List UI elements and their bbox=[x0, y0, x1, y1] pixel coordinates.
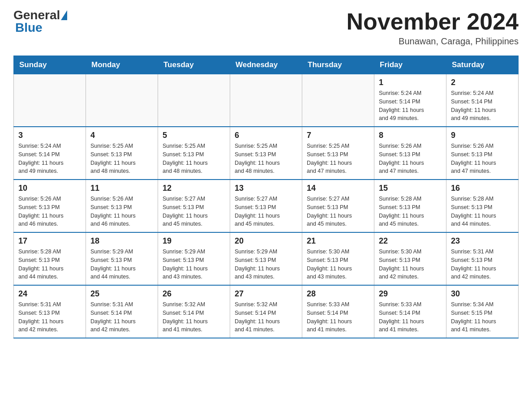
table-row: 13Sunrise: 5:27 AM Sunset: 5:13 PM Dayli… bbox=[230, 180, 302, 232]
table-row: 19Sunrise: 5:29 AM Sunset: 5:13 PM Dayli… bbox=[158, 232, 230, 285]
table-row: 6Sunrise: 5:25 AM Sunset: 5:13 PM Daylig… bbox=[230, 127, 302, 180]
day-info: Sunrise: 5:25 AM Sunset: 5:13 PM Dayligh… bbox=[163, 142, 225, 176]
table-row: 24Sunrise: 5:31 AM Sunset: 5:13 PM Dayli… bbox=[14, 285, 86, 338]
table-row: 26Sunrise: 5:32 AM Sunset: 5:14 PM Dayli… bbox=[158, 285, 230, 338]
day-info: Sunrise: 5:24 AM Sunset: 5:14 PM Dayligh… bbox=[18, 142, 81, 176]
day-info: Sunrise: 5:26 AM Sunset: 5:13 PM Dayligh… bbox=[451, 142, 514, 176]
table-row: 25Sunrise: 5:31 AM Sunset: 5:14 PM Dayli… bbox=[86, 285, 158, 338]
weekday-header-row: Sunday Monday Tuesday Wednesday Thursday… bbox=[14, 56, 519, 74]
calendar-week-row: 3Sunrise: 5:24 AM Sunset: 5:14 PM Daylig… bbox=[14, 127, 519, 180]
day-info: Sunrise: 5:29 AM Sunset: 5:13 PM Dayligh… bbox=[163, 248, 225, 281]
day-info: Sunrise: 5:25 AM Sunset: 5:13 PM Dayligh… bbox=[90, 142, 153, 176]
day-info: Sunrise: 5:27 AM Sunset: 5:13 PM Dayligh… bbox=[235, 195, 297, 228]
day-info: Sunrise: 5:33 AM Sunset: 5:14 PM Dayligh… bbox=[379, 300, 442, 334]
title-section: November 2024 Bunawan, Caraga, Philippin… bbox=[347, 9, 519, 47]
calendar-body: 1Sunrise: 5:24 AM Sunset: 5:14 PM Daylig… bbox=[14, 74, 519, 338]
day-number: 30 bbox=[451, 289, 514, 299]
col-thursday: Thursday bbox=[302, 56, 374, 74]
page-subtitle: Bunawan, Caraga, Philippines bbox=[347, 36, 519, 47]
table-row bbox=[158, 74, 230, 127]
col-friday: Friday bbox=[374, 56, 446, 74]
logo-blue-text: Blue bbox=[15, 21, 43, 34]
day-number: 18 bbox=[90, 236, 153, 246]
day-number: 17 bbox=[18, 236, 81, 246]
day-info: Sunrise: 5:30 AM Sunset: 5:13 PM Dayligh… bbox=[307, 248, 369, 281]
day-info: Sunrise: 5:34 AM Sunset: 5:15 PM Dayligh… bbox=[451, 300, 514, 334]
day-number: 5 bbox=[163, 131, 225, 140]
table-row: 29Sunrise: 5:33 AM Sunset: 5:14 PM Dayli… bbox=[374, 285, 446, 338]
day-number: 28 bbox=[307, 289, 369, 299]
day-number: 8 bbox=[379, 131, 442, 140]
col-sunday: Sunday bbox=[14, 56, 86, 74]
table-row: 22Sunrise: 5:30 AM Sunset: 5:13 PM Dayli… bbox=[374, 232, 446, 285]
day-info: Sunrise: 5:31 AM Sunset: 5:13 PM Dayligh… bbox=[451, 248, 514, 281]
day-number: 2 bbox=[451, 78, 514, 87]
day-number: 16 bbox=[451, 184, 514, 193]
day-info: Sunrise: 5:26 AM Sunset: 5:13 PM Dayligh… bbox=[379, 142, 442, 176]
col-saturday: Saturday bbox=[446, 56, 519, 74]
table-row: 17Sunrise: 5:28 AM Sunset: 5:13 PM Dayli… bbox=[14, 232, 86, 285]
day-info: Sunrise: 5:24 AM Sunset: 5:14 PM Dayligh… bbox=[451, 89, 514, 123]
day-info: Sunrise: 5:32 AM Sunset: 5:14 PM Dayligh… bbox=[235, 300, 297, 334]
day-number: 3 bbox=[18, 131, 81, 140]
table-row bbox=[302, 74, 374, 127]
day-number: 21 bbox=[307, 236, 369, 246]
table-row: 16Sunrise: 5:28 AM Sunset: 5:13 PM Dayli… bbox=[446, 180, 519, 232]
calendar-table: Sunday Monday Tuesday Wednesday Thursday… bbox=[13, 56, 519, 338]
day-info: Sunrise: 5:33 AM Sunset: 5:14 PM Dayligh… bbox=[307, 300, 369, 334]
table-row: 12Sunrise: 5:27 AM Sunset: 5:13 PM Dayli… bbox=[158, 180, 230, 232]
day-number: 25 bbox=[90, 289, 153, 299]
table-row: 3Sunrise: 5:24 AM Sunset: 5:14 PM Daylig… bbox=[14, 127, 86, 180]
table-row: 18Sunrise: 5:29 AM Sunset: 5:13 PM Dayli… bbox=[86, 232, 158, 285]
day-info: Sunrise: 5:24 AM Sunset: 5:14 PM Dayligh… bbox=[379, 89, 442, 123]
table-row: 1Sunrise: 5:24 AM Sunset: 5:14 PM Daylig… bbox=[374, 74, 446, 127]
day-number: 11 bbox=[90, 184, 153, 193]
page-title: November 2024 bbox=[347, 9, 519, 34]
day-number: 1 bbox=[379, 78, 442, 87]
table-row: 21Sunrise: 5:30 AM Sunset: 5:13 PM Dayli… bbox=[302, 232, 374, 285]
table-row: 28Sunrise: 5:33 AM Sunset: 5:14 PM Dayli… bbox=[302, 285, 374, 338]
day-number: 12 bbox=[163, 184, 225, 193]
day-number: 23 bbox=[451, 236, 514, 246]
day-info: Sunrise: 5:25 AM Sunset: 5:13 PM Dayligh… bbox=[307, 142, 369, 176]
day-info: Sunrise: 5:31 AM Sunset: 5:13 PM Dayligh… bbox=[18, 300, 81, 334]
day-number: 4 bbox=[90, 131, 153, 140]
day-info: Sunrise: 5:28 AM Sunset: 5:13 PM Dayligh… bbox=[379, 195, 442, 228]
day-number: 15 bbox=[379, 184, 442, 193]
table-row bbox=[86, 74, 158, 127]
table-row: 7Sunrise: 5:25 AM Sunset: 5:13 PM Daylig… bbox=[302, 127, 374, 180]
col-monday: Monday bbox=[86, 56, 158, 74]
logo-general-text: General bbox=[13, 9, 60, 21]
day-info: Sunrise: 5:32 AM Sunset: 5:14 PM Dayligh… bbox=[163, 300, 225, 334]
table-row: 9Sunrise: 5:26 AM Sunset: 5:13 PM Daylig… bbox=[446, 127, 519, 180]
table-row: 23Sunrise: 5:31 AM Sunset: 5:13 PM Dayli… bbox=[446, 232, 519, 285]
day-info: Sunrise: 5:26 AM Sunset: 5:13 PM Dayligh… bbox=[18, 195, 81, 228]
day-number: 22 bbox=[379, 236, 442, 246]
day-number: 19 bbox=[163, 236, 225, 246]
table-row: 5Sunrise: 5:25 AM Sunset: 5:13 PM Daylig… bbox=[158, 127, 230, 180]
day-number: 27 bbox=[235, 289, 297, 299]
logo-triangle-icon bbox=[61, 10, 67, 20]
day-info: Sunrise: 5:28 AM Sunset: 5:13 PM Dayligh… bbox=[451, 195, 514, 228]
calendar-week-row: 10Sunrise: 5:26 AM Sunset: 5:13 PM Dayli… bbox=[14, 180, 519, 232]
day-info: Sunrise: 5:27 AM Sunset: 5:13 PM Dayligh… bbox=[307, 195, 369, 228]
calendar-week-row: 1Sunrise: 5:24 AM Sunset: 5:14 PM Daylig… bbox=[14, 74, 519, 127]
day-number: 13 bbox=[235, 184, 297, 193]
day-info: Sunrise: 5:31 AM Sunset: 5:14 PM Dayligh… bbox=[90, 300, 153, 334]
day-info: Sunrise: 5:29 AM Sunset: 5:13 PM Dayligh… bbox=[90, 248, 153, 281]
calendar-week-row: 17Sunrise: 5:28 AM Sunset: 5:13 PM Dayli… bbox=[14, 232, 519, 285]
table-row: 11Sunrise: 5:26 AM Sunset: 5:13 PM Dayli… bbox=[86, 180, 158, 232]
day-info: Sunrise: 5:28 AM Sunset: 5:13 PM Dayligh… bbox=[18, 248, 81, 281]
logo: General Blue bbox=[13, 9, 68, 34]
day-number: 24 bbox=[18, 289, 81, 299]
table-row: 14Sunrise: 5:27 AM Sunset: 5:13 PM Dayli… bbox=[302, 180, 374, 232]
day-number: 20 bbox=[235, 236, 297, 246]
table-row: 27Sunrise: 5:32 AM Sunset: 5:14 PM Dayli… bbox=[230, 285, 302, 338]
calendar-week-row: 24Sunrise: 5:31 AM Sunset: 5:13 PM Dayli… bbox=[14, 285, 519, 338]
day-number: 14 bbox=[307, 184, 369, 193]
day-info: Sunrise: 5:26 AM Sunset: 5:13 PM Dayligh… bbox=[90, 195, 153, 228]
table-row: 2Sunrise: 5:24 AM Sunset: 5:14 PM Daylig… bbox=[446, 74, 519, 127]
col-wednesday: Wednesday bbox=[230, 56, 302, 74]
col-tuesday: Tuesday bbox=[158, 56, 230, 74]
day-number: 29 bbox=[379, 289, 442, 299]
